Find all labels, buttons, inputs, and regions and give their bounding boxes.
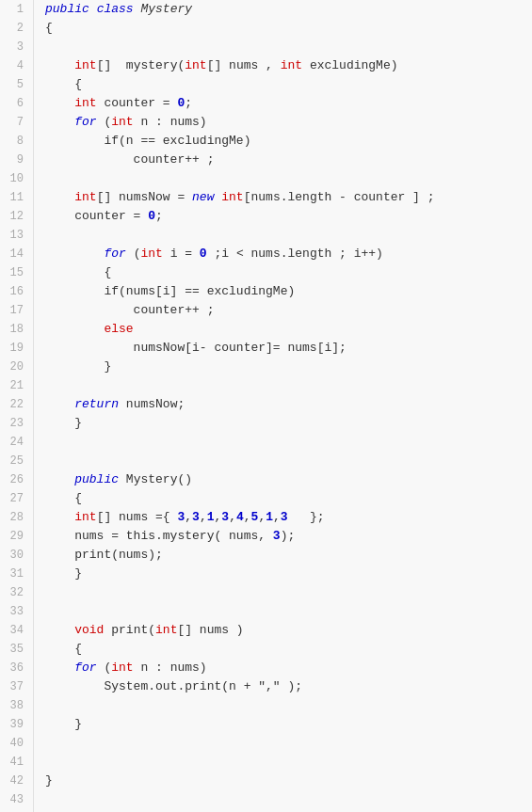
code-line-8: if(n == excludingMe) [45,132,532,151]
code-line-11: int[] numsNow = new int[nums.length - co… [45,188,532,207]
code-line-13 [45,226,532,245]
line-num-16: 16 [8,282,24,301]
code-line-2: { [45,19,532,38]
line-num-34: 34 [8,621,24,640]
line-num-11: 11 [8,188,24,207]
code-line-41 [45,753,532,772]
code-line-10 [45,169,532,188]
code-line-34: void print(int[] nums ) [45,621,532,640]
line-num-5: 5 [8,75,24,94]
code-line-43 [45,790,532,809]
line-numbers: 1 2 3 4 5 6 7 8 9 10 11 12 13 14 15 16 1… [0,0,34,812]
code-line-20: } [45,358,532,376]
line-num-6: 6 [8,94,24,113]
line-num-17: 17 [8,301,24,320]
code-line-19: numsNow[i- counter]= nums[i]; [45,339,532,358]
line-num-31: 31 [8,565,24,583]
code-line-37: System.out.print(n + "," ); [45,677,532,696]
code-line-40 [45,734,532,753]
code-area[interactable]: public class Mystery { int[] mystery(int… [34,0,532,812]
code-line-17: counter++ ; [45,301,532,320]
code-line-4: int[] mystery(int[] nums , int excluding… [45,56,532,75]
line-num-14: 14 [8,245,24,263]
code-line-36: for (int n : nums) [45,659,532,677]
line-num-32: 32 [8,583,24,602]
line-num-9: 9 [8,151,24,169]
code-line-35: { [45,640,532,659]
line-num-8: 8 [8,132,24,151]
line-num-42: 42 [8,772,24,790]
line-num-13: 13 [8,226,24,245]
line-num-37: 37 [8,677,24,696]
line-num-28: 28 [8,508,24,527]
code-line-6: int counter = 0; [45,94,532,113]
line-num-41: 41 [8,753,24,772]
line-num-30: 30 [8,546,24,565]
line-num-33: 33 [8,602,24,621]
line-num-4: 4 [8,56,24,75]
code-line-14: for (int i = 0 ;i < nums.length ; i++) [45,245,532,263]
code-line-12: counter = 0; [45,207,532,226]
code-line-7: for (int n : nums) [45,113,532,132]
line-num-38: 38 [8,696,24,715]
line-num-10: 10 [8,169,24,188]
line-num-2: 2 [8,19,24,38]
code-line-23: } [45,414,532,433]
line-num-18: 18 [8,320,24,339]
line-num-39: 39 [8,715,24,734]
code-line-32 [45,583,532,602]
line-num-25: 25 [8,452,24,470]
code-line-18: else [45,320,532,339]
code-line-39: } [45,715,532,734]
line-num-43: 43 [8,790,24,809]
line-num-7: 7 [8,113,24,132]
line-num-40: 40 [8,734,24,753]
code-line-5: { [45,75,532,94]
line-num-26: 26 [8,470,24,489]
line-num-20: 20 [8,358,24,376]
line-num-12: 12 [8,207,24,226]
code-line-9: counter++ ; [45,151,532,169]
code-line-42: } [45,772,532,790]
code-line-29: nums = this.mystery( nums, 3); [45,527,532,546]
line-num-3: 3 [8,38,24,56]
line-num-21: 21 [8,376,24,395]
code-line-26: public Mystery() [45,470,532,489]
code-editor: 1 2 3 4 5 6 7 8 9 10 11 12 13 14 15 16 1… [0,0,532,812]
line-num-22: 22 [8,395,24,414]
code-line-3 [45,38,532,56]
line-num-23: 23 [8,414,24,433]
code-line-22: return numsNow; [45,395,532,414]
code-line-21 [45,376,532,395]
line-num-15: 15 [8,263,24,282]
code-line-1: public class Mystery [45,0,532,19]
code-line-16: if(nums[i] == excludingMe) [45,282,532,301]
code-line-38 [45,696,532,715]
code-line-27: { [45,489,532,508]
line-num-27: 27 [8,489,24,508]
line-num-19: 19 [8,339,24,358]
line-num-24: 24 [8,433,24,452]
line-num-29: 29 [8,527,24,546]
code-line-31: } [45,565,532,583]
code-line-28: int[] nums ={ 3,3,1,3,4,5,1,3 }; [45,508,532,527]
code-line-25 [45,452,532,470]
line-num-36: 36 [8,659,24,677]
code-line-15: { [45,263,532,282]
line-num-35: 35 [8,640,24,659]
code-line-24 [45,433,532,452]
code-line-30: print(nums); [45,546,532,565]
line-num-1: 1 [8,0,24,19]
code-line-33 [45,602,532,621]
